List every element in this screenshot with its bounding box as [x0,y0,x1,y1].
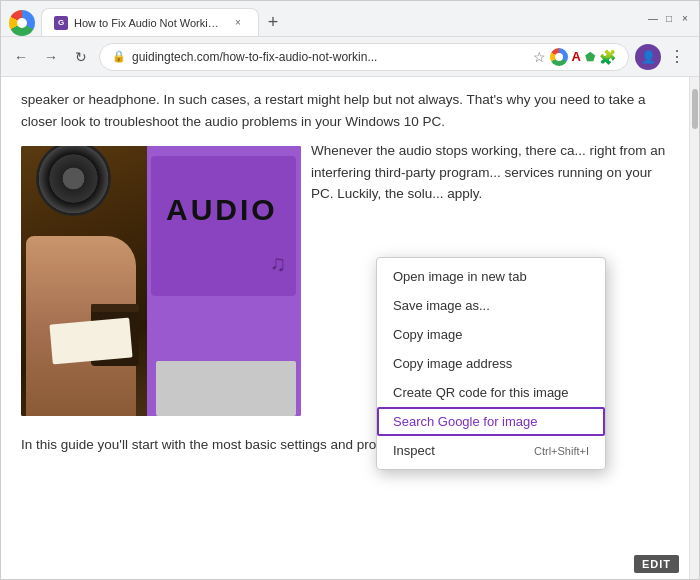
extensions-button[interactable]: 🧩 [599,49,616,65]
tab-bar: G How to Fix Audio Not Working... × + [9,1,641,36]
edit-badge: EDIT [634,555,679,573]
active-tab[interactable]: G How to Fix Audio Not Working... × [41,8,259,36]
toolbar-icons: 👤 ⋮ [635,43,691,71]
maximize-button[interactable]: □ [663,13,675,25]
img-screen: AUDIO ♫ [151,156,296,296]
context-menu-item-inspect[interactable]: Inspect Ctrl+Shift+I [377,436,605,465]
img-paper [49,318,132,365]
img-keyboard [156,361,296,416]
url-bar[interactable]: 🔒 guidingtech.com/how-to-fix-audio-not-w… [99,43,629,71]
close-button[interactable]: × [679,13,691,25]
new-tab-button[interactable]: + [259,8,287,36]
lock-icon: 🔒 [112,50,126,63]
img-audio-label: AUDIO [166,186,278,234]
context-menu-item-open-image[interactable]: Open image in new tab [377,262,605,291]
scrollbar[interactable] [689,77,699,579]
context-menu-item-qr-code[interactable]: Create QR code for this image [377,378,605,407]
profile-icon[interactable]: 👤 [635,44,661,70]
address-bar: ← → ↻ 🔒 guidingtech.com/how-to-fix-audio… [1,37,699,77]
article-image: AUDIO ♫ [21,146,301,416]
tab-close-button[interactable]: × [230,15,246,31]
forward-button[interactable]: → [39,45,63,69]
page-content: speaker or headphone. In such cases, a r… [1,77,699,579]
image-placeholder: AUDIO ♫ [21,146,301,416]
tab-favicon: G [54,16,68,30]
chrome-logo [9,10,35,36]
minimize-button[interactable]: — [647,13,659,25]
scroll-thumb[interactable] [692,89,698,129]
star-icon[interactable]: ☆ [533,49,546,65]
address-bar-icons: ☆ A ⬟ 🧩 [533,48,616,66]
more-menu-button[interactable]: ⋮ [663,43,691,71]
extension-icon-1[interactable]: ⬟ [585,50,595,64]
title-bar: G How to Fix Audio Not Working... × + — … [1,1,699,37]
back-button[interactable]: ← [9,45,33,69]
context-menu: Open image in new tab Save image as... C… [376,257,606,470]
article-text-top: speaker or headphone. In such cases, a r… [21,89,669,132]
chrome-app-icon[interactable] [550,48,568,66]
tab-title: How to Fix Audio Not Working... [74,17,224,29]
context-menu-item-copy-address[interactable]: Copy image address [377,349,605,378]
context-menu-item-search-google[interactable]: Search Google for image [377,407,605,436]
browser-window: G How to Fix Audio Not Working... × + — … [0,0,700,580]
acrobat-icon[interactable]: A [572,49,581,64]
reload-button[interactable]: ↻ [69,45,93,69]
window-controls: — □ × [647,13,691,25]
context-menu-item-save-image[interactable]: Save image as... [377,291,605,320]
img-music-note: ♫ [270,246,287,281]
url-text: guidingtech.com/how-to-fix-audio-not-wor… [132,50,523,64]
context-menu-item-copy-image[interactable]: Copy image [377,320,605,349]
